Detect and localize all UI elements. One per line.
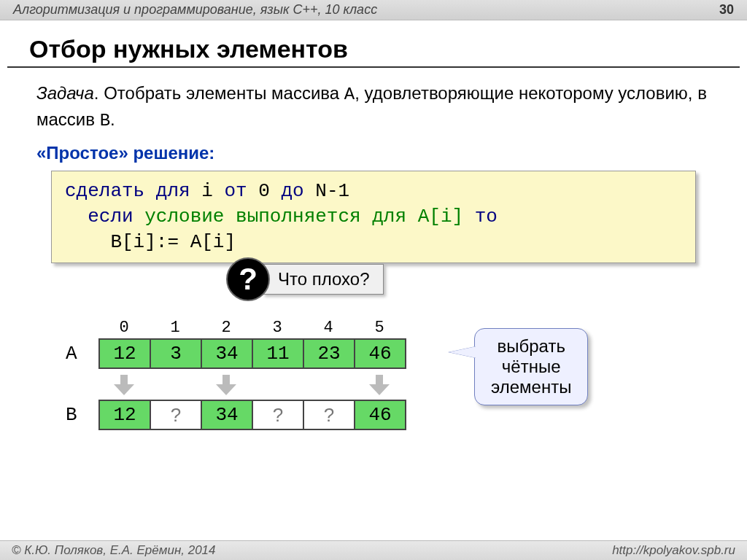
question-mark-icon: ? (226, 257, 270, 301)
array-cell: ? (304, 401, 355, 429)
index-cell: 5 (354, 319, 405, 337)
array-a-row: A 12 3 34 11 23 46 (66, 338, 711, 369)
page-number: 30 (719, 2, 734, 18)
array-b-cells: 12 ? 34 ? ? 46 (98, 400, 406, 430)
array-a-cells: 12 3 34 11 23 46 (98, 338, 406, 369)
array-cell: 23 (304, 340, 355, 368)
task-label: Задача (36, 83, 94, 103)
index-cell: 1 (150, 319, 201, 337)
footer-url: http://kpolyakov.spb.ru (612, 543, 735, 558)
solution-heading: «Простое» решение: (36, 143, 711, 163)
callout-line: элементы (491, 377, 571, 397)
array-cell: ? (151, 401, 202, 429)
question-text: Что плохо? (263, 264, 384, 295)
index-cell: 2 (201, 319, 252, 337)
array-cell: 3 (151, 340, 202, 368)
array-cell: 12 (100, 340, 151, 368)
array-cell: ? (253, 401, 304, 429)
footer-bar: © К.Ю. Поляков, Е.А. Ерёмин, 2014 http:/… (0, 540, 747, 560)
down-arrow-icon (216, 375, 236, 395)
code-line-1: сделать для i от 0 до N-1 (65, 179, 682, 204)
array-diagram: 0 1 2 3 4 5 A 12 3 34 11 23 46 (66, 319, 711, 430)
index-cell: 4 (303, 319, 354, 337)
footer-copyright: © К.Ю. Поляков, Е.А. Ерёмин, 2014 (12, 543, 216, 558)
task-text: Задача. Отобрать элементы массива A, удо… (36, 81, 711, 133)
array-cell: 46 (355, 340, 405, 368)
code-box: сделать для i от 0 до N-1 если условие в… (51, 171, 696, 263)
index-row: 0 1 2 3 4 5 (98, 319, 711, 337)
array-cell: 12 (100, 401, 151, 429)
subject-text: Алгоритмизация и программирование, язык … (13, 2, 377, 18)
arrows-row (98, 375, 711, 395)
array-a-label: A (66, 343, 98, 365)
question-callout: ? Что плохо? (226, 257, 711, 301)
array-b-name: B (100, 111, 110, 131)
select-even-callout: выбрать чётные элементы (474, 328, 588, 405)
callout-line: чётные (491, 357, 571, 377)
content-area: Задача. Отобрать элементы массива A, удо… (0, 68, 747, 443)
index-cell: 0 (98, 319, 150, 337)
array-b-label: B (66, 404, 98, 426)
top-bar: Алгоритмизация и программирование, язык … (0, 0, 747, 20)
array-cell: 34 (202, 340, 253, 368)
array-cell: 11 (253, 340, 304, 368)
array-b-row: B 12 ? 34 ? ? 46 (66, 400, 711, 430)
array-a-name: A (344, 85, 355, 104)
array-cell: 34 (202, 401, 253, 429)
code-line-3: B[i]:= A[i] (65, 230, 682, 255)
code-line-2: если условие выполняется для A[i] то (65, 204, 682, 230)
index-cell: 3 (252, 319, 303, 337)
callout-line: выбрать (491, 336, 571, 357)
down-arrow-icon (114, 375, 134, 395)
page-title: Отбор нужных элементов (7, 28, 740, 68)
array-cell: 46 (355, 401, 405, 429)
down-arrow-icon (369, 375, 390, 395)
